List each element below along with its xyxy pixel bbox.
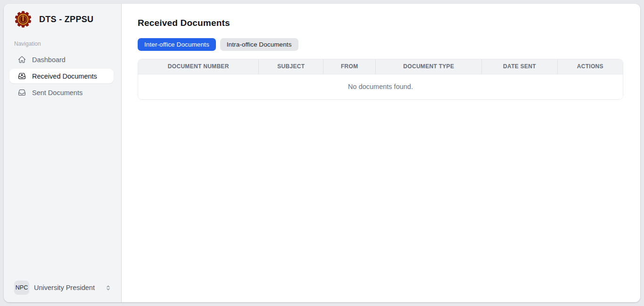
avatar: NPC (14, 281, 29, 295)
sidebar-item-dashboard[interactable]: Dashboard (9, 52, 114, 67)
user-role-label: University President (34, 284, 100, 291)
home-icon (18, 56, 26, 64)
tab-inter-office-documents[interactable]: Inter-office Documents (138, 38, 216, 51)
sidebar-nav: Dashboard Received Documents Sent Docume… (4, 52, 121, 100)
main-content: Received Documents Inter-office Document… (122, 4, 640, 302)
chevron-up-down-icon (105, 284, 112, 291)
sidebar-item-sent-documents[interactable]: Sent Documents (9, 85, 114, 100)
sidebar: DTS - ZPPSU Navigation Dashboard Receive (4, 4, 122, 302)
table-header-row: DOCUMENT NUMBER SUBJECT FROM DOCUMENT TY… (138, 59, 623, 74)
university-seal-logo-icon (14, 10, 32, 28)
inbox-icon (18, 89, 26, 97)
column-header-date-sent: DATE SENT (482, 59, 557, 74)
brand: DTS - ZPPSU (4, 4, 121, 32)
column-header-document-number: DOCUMENT NUMBER (138, 59, 259, 74)
sidebar-item-received-documents[interactable]: Received Documents (9, 69, 114, 83)
document-scope-tabs: Inter-office Documents Intra-office Docu… (138, 38, 623, 51)
sidebar-item-label: Dashboard (32, 56, 66, 64)
column-header-subject: SUBJECT (259, 59, 323, 74)
tab-intra-office-documents[interactable]: Intra-office Documents (220, 38, 298, 51)
sidebar-item-label: Sent Documents (32, 89, 83, 97)
user-switcher[interactable]: NPC University President (4, 274, 121, 302)
nav-section-label: Navigation (4, 32, 121, 52)
column-header-document-type: DOCUMENT TYPE (376, 59, 482, 74)
documents-table-card: DOCUMENT NUMBER SUBJECT FROM DOCUMENT TY… (138, 59, 623, 100)
app-window: DTS - ZPPSU Navigation Dashboard Receive (4, 4, 640, 302)
empty-state-message: No documents found. (138, 74, 623, 99)
column-header-actions: ACTIONS (557, 59, 623, 74)
empty-state-row: No documents found. (138, 74, 623, 99)
documents-table: DOCUMENT NUMBER SUBJECT FROM DOCUMENT TY… (138, 59, 623, 99)
column-header-from: FROM (323, 59, 376, 74)
sidebar-item-label: Received Documents (32, 72, 97, 80)
brand-title: DTS - ZPPSU (39, 15, 93, 24)
page-title: Received Documents (138, 18, 623, 28)
inbox-arrow-down-icon (18, 72, 26, 80)
